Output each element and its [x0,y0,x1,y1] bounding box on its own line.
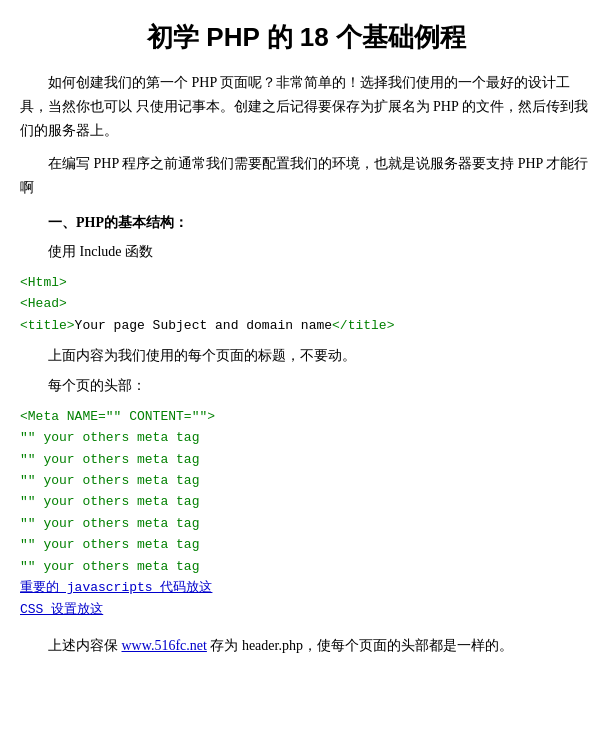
meta-line-4: "" your others meta tag [20,491,593,512]
footer-text-start: 上述内容保 [48,638,122,653]
code-block-meta: <Meta NAME="" CONTENT=""> "" your others… [20,406,593,620]
intro-paragraph-1: 如何创建我们的第一个 PHP 页面呢？非常简单的！选择我们使用的一个最好的设计工… [20,71,593,142]
page-title: 初学 PHP 的 18 个基础例程 [20,20,593,55]
meta-line-1: "" your others meta tag [20,427,593,448]
code-html-tag: <Html> [20,272,593,293]
desc-title-label: 上面内容为我们使用的每个页面的标题，不要动。 [20,344,593,368]
code-title-content: Your page Subject and domain name [75,318,332,333]
javascript-link[interactable]: 重要的 javascripts 代码放这 [20,577,593,598]
footer-paragraph: 上述内容保 www.516fc.net 存为 header.php，使每个页面的… [20,634,593,658]
meta-line-6: "" your others meta tag [20,534,593,555]
meta-line-7: "" your others meta tag [20,556,593,577]
meta-line-5: "" your others meta tag [20,513,593,534]
intro-paragraph-2: 在编写 PHP 程序之前通常我们需要配置我们的环境，也就是说服务器要支持 PHP… [20,152,593,200]
section-1-title: 一、PHP的基本结构： [48,214,593,232]
meta-line-2: "" your others meta tag [20,449,593,470]
meta-line-3: "" your others meta tag [20,470,593,491]
footer-domain-link[interactable]: www.516fc.net [122,638,207,653]
code-meta-tag: <Meta NAME="" CONTENT=""> [20,406,593,427]
code-title-open: <title> [20,318,75,333]
code-block-html: <Html> <Head> <title>Your page Subject a… [20,272,593,336]
desc-header-label: 每个页的头部： [20,374,593,398]
code-title-line: <title>Your page Subject and domain name… [20,315,593,336]
code-head-tag: <Head> [20,293,593,314]
code-title-close: </title> [332,318,394,333]
footer-text-end: 存为 header.php，使每个页面的头部都是一样的。 [207,638,513,653]
css-link[interactable]: CSS 设置放这 [20,599,593,620]
section-1-subtitle: 使用 Include 函数 [20,240,593,264]
